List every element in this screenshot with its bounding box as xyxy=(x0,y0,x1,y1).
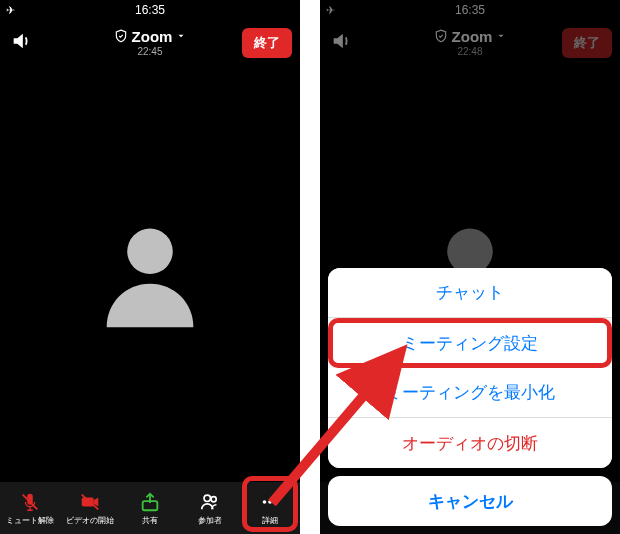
airplane-icon: ✈ xyxy=(6,4,15,17)
phone-screen-right: ✈ 16:35 Zoom 22:48 終了 xyxy=(320,0,620,534)
svg-point-7 xyxy=(211,496,216,501)
end-button[interactable]: 終了 xyxy=(242,28,292,58)
more-label: 詳細 xyxy=(262,515,278,526)
share-button[interactable]: 共有 xyxy=(120,491,180,526)
speaker-icon xyxy=(330,30,352,56)
shield-icon xyxy=(114,29,128,43)
participants-label: 参加者 xyxy=(198,515,222,526)
svg-point-8 xyxy=(263,500,267,504)
meeting-timer: 22:48 xyxy=(457,46,482,57)
more-button[interactable]: 詳細 xyxy=(240,491,300,526)
speaker-icon[interactable] xyxy=(10,30,32,56)
action-sheet-group: チャット ミーティング設定 ミーティングを最小化 オーディオの切断 xyxy=(328,268,612,468)
airplane-icon: ✈ xyxy=(326,4,335,17)
meeting-header: Zoom 22:45 終了 xyxy=(0,20,300,64)
video-off-icon xyxy=(79,491,101,513)
sheet-chat[interactable]: チャット xyxy=(328,268,612,318)
mic-muted-icon xyxy=(19,491,41,513)
share-label: 共有 xyxy=(142,515,158,526)
sheet-cancel[interactable]: キャンセル xyxy=(328,476,612,526)
status-time: 16:35 xyxy=(135,3,165,17)
meeting-header: Zoom 22:48 終了 xyxy=(320,20,620,64)
unmute-label: ミュート解除 xyxy=(6,515,54,526)
avatar-icon xyxy=(85,208,215,338)
status-time: 16:35 xyxy=(455,3,485,17)
action-sheet: チャット ミーティング設定 ミーティングを最小化 オーディオの切断 キャンセル xyxy=(328,268,612,526)
svg-point-6 xyxy=(204,495,210,501)
sheet-minimize[interactable]: ミーティングを最小化 xyxy=(328,368,612,418)
status-bar: ✈ 16:35 xyxy=(320,0,620,20)
start-video-label: ビデオの開始 xyxy=(66,515,114,526)
unmute-button[interactable]: ミュート解除 xyxy=(0,491,60,526)
more-icon xyxy=(258,491,282,513)
shield-icon xyxy=(434,29,448,43)
meeting-toolbar: ミュート解除 ビデオの開始 共有 参加者 xyxy=(0,482,300,534)
app-title[interactable]: Zoom xyxy=(132,28,173,45)
start-video-button[interactable]: ビデオの開始 xyxy=(60,491,120,526)
svg-point-9 xyxy=(268,500,272,504)
phone-screen-left: ✈ 16:35 Zoom 22:45 終了 xyxy=(0,0,300,534)
video-area[interactable] xyxy=(0,64,300,482)
end-button: 終了 xyxy=(562,28,612,58)
sheet-disconnect-audio[interactable]: オーディオの切断 xyxy=(328,418,612,468)
status-bar: ✈ 16:35 xyxy=(0,0,300,20)
chevron-down-icon xyxy=(176,31,186,41)
app-title: Zoom xyxy=(452,28,493,45)
share-icon xyxy=(139,491,161,513)
svg-point-10 xyxy=(274,500,278,504)
participants-button[interactable]: 参加者 xyxy=(180,491,240,526)
participants-icon xyxy=(199,491,221,513)
meeting-timer: 22:45 xyxy=(137,46,162,57)
sheet-meeting-settings[interactable]: ミーティング設定 xyxy=(328,318,612,368)
chevron-down-icon xyxy=(496,31,506,41)
svg-point-0 xyxy=(127,229,173,275)
